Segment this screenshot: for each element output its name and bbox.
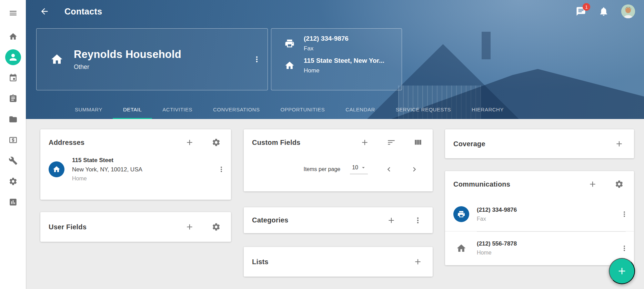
quick-info-address: 115 State Steet, New Yor... Home	[271, 57, 402, 74]
tab-service-requests[interactable]: SERVICE REQUESTS	[385, 100, 461, 119]
top-app-bar: Contacts 1	[26, 0, 644, 23]
more-vert-icon	[413, 216, 422, 225]
contacts-icon	[5, 49, 21, 65]
page-title: Contacts	[64, 7, 102, 17]
add-custom-field-button[interactable]	[360, 138, 369, 147]
plus-icon	[185, 222, 194, 231]
lists-title: Lists	[252, 258, 269, 266]
categories-more-menu[interactable]	[413, 216, 422, 225]
sidebar-item-calendar[interactable]	[0, 68, 26, 88]
contact-summary-card: Reynolds Household Other	[36, 28, 268, 90]
custom-fields-card: Custom Fields Items per page 10	[244, 129, 433, 191]
sidebar-item-reports[interactable]	[0, 192, 26, 212]
contact-tabs: SUMMARY DETAIL ACTIVITIES CONVERSATIONS …	[64, 100, 514, 119]
gear-icon	[615, 180, 624, 189]
tab-conversations[interactable]: CONVERSATIONS	[203, 100, 270, 119]
addresses-card: Addresses 115 State Steet New York, NY, …	[40, 129, 231, 200]
more-vert-icon	[252, 55, 261, 64]
communication-more-menu[interactable]	[620, 210, 628, 218]
calendar-icon	[9, 73, 18, 82]
previous-page-button[interactable]	[384, 165, 393, 174]
app-bar-actions: 1	[576, 4, 644, 18]
sidebar-item-tools[interactable]	[0, 150, 26, 171]
address-line2: New York, NY, 10012, USA	[72, 166, 142, 173]
communication-row: (212) 334-9876 Fax	[445, 197, 634, 231]
communication-label: Home	[477, 250, 517, 256]
quick-info-fax: (212) 334-9876 Fax	[271, 35, 402, 52]
tab-hierarchy[interactable]: HIERARCHY	[461, 100, 514, 119]
lists-card: Lists	[244, 247, 433, 277]
detail-content: Addresses 115 State Steet New York, NY, …	[26, 119, 644, 289]
photo-chimney	[482, 32, 491, 59]
addresses-settings-button[interactable]	[212, 138, 221, 147]
settings-icon	[9, 177, 18, 186]
address-more-menu[interactable]	[217, 165, 225, 173]
dropdown-caret-icon	[360, 165, 366, 171]
menu-icon[interactable]	[0, 5, 26, 21]
home-icon	[453, 243, 469, 253]
sidebar-item-contacts[interactable]	[0, 47, 26, 68]
add-coverage-button[interactable]	[615, 139, 624, 148]
user-avatar[interactable]	[621, 4, 635, 18]
tab-activities[interactable]: ACTIVITIES	[152, 100, 203, 119]
user-fields-settings-button[interactable]	[212, 222, 221, 231]
add-list-button[interactable]	[413, 257, 422, 266]
tab-opportunities[interactable]: OPPORTUNITIES	[270, 100, 335, 119]
custom-fields-pagination: Items per page 10	[244, 156, 433, 174]
contact-more-menu[interactable]	[252, 55, 261, 64]
add-address-button[interactable]	[185, 138, 194, 147]
chevron-right-icon	[410, 165, 419, 174]
more-vert-icon	[620, 210, 628, 218]
row-divider	[477, 231, 626, 232]
quick-info-card: (212) 334-9876 Fax 115 State Steet, New …	[271, 28, 402, 90]
items-per-page-label: Items per page	[303, 166, 340, 172]
columns-icon	[413, 138, 422, 147]
address-row: 115 State Steet New York, NY, 10012, USA…	[40, 157, 231, 182]
communication-value: (212) 334-9876	[477, 207, 517, 213]
fax-icon	[453, 206, 469, 222]
add-user-field-button[interactable]	[185, 222, 194, 231]
fax-icon	[284, 35, 296, 49]
tools-icon	[9, 156, 18, 165]
add-fab-button[interactable]	[609, 258, 635, 284]
communication-row: (212) 556-7878 Home	[445, 231, 634, 265]
categories-card: Categories	[244, 207, 433, 233]
communications-title: Communications	[453, 180, 510, 188]
add-category-button[interactable]	[387, 216, 396, 225]
notifications-button[interactable]	[598, 6, 609, 17]
reports-icon	[9, 198, 18, 207]
tab-calendar[interactable]: CALENDAR	[335, 100, 385, 119]
gear-icon	[212, 222, 221, 231]
plus-icon	[360, 138, 369, 147]
messages-badge: 1	[583, 3, 590, 11]
messages-button[interactable]: 1	[576, 6, 586, 17]
more-vert-icon	[620, 244, 628, 252]
tasks-icon	[9, 94, 18, 103]
items-per-page-select[interactable]: 10	[350, 165, 368, 174]
communications-settings-button[interactable]	[615, 180, 624, 189]
sidebar-item-folder[interactable]	[0, 109, 26, 130]
sort-button[interactable]	[387, 138, 396, 147]
sidebar-item-accounts[interactable]	[0, 130, 26, 150]
home-icon	[284, 57, 296, 71]
tab-summary[interactable]: SUMMARY	[64, 100, 113, 119]
bell-icon	[598, 6, 609, 17]
address-type-label: Home	[72, 176, 142, 182]
back-arrow-icon[interactable]	[40, 7, 49, 16]
communications-card: Communications (212) 334-9876 Fax	[445, 171, 634, 265]
items-per-page-value: 10	[352, 165, 358, 171]
columns-button[interactable]	[413, 138, 422, 147]
next-page-button[interactable]	[410, 165, 419, 174]
fax-label: Fax	[304, 45, 349, 52]
communication-value: (212) 556-7878	[477, 240, 517, 247]
tab-detail[interactable]: DETAIL	[113, 100, 152, 119]
address-label: Home	[304, 67, 384, 74]
sidebar-item-home[interactable]	[0, 26, 26, 47]
home-icon	[9, 32, 18, 41]
communication-more-menu[interactable]	[620, 244, 628, 252]
add-communication-button[interactable]	[588, 180, 597, 189]
sidebar-item-tasks[interactable]	[0, 88, 26, 109]
sidebar-item-settings[interactable]	[0, 171, 26, 192]
plus-icon	[185, 138, 194, 147]
custom-fields-title: Custom Fields	[252, 139, 300, 147]
